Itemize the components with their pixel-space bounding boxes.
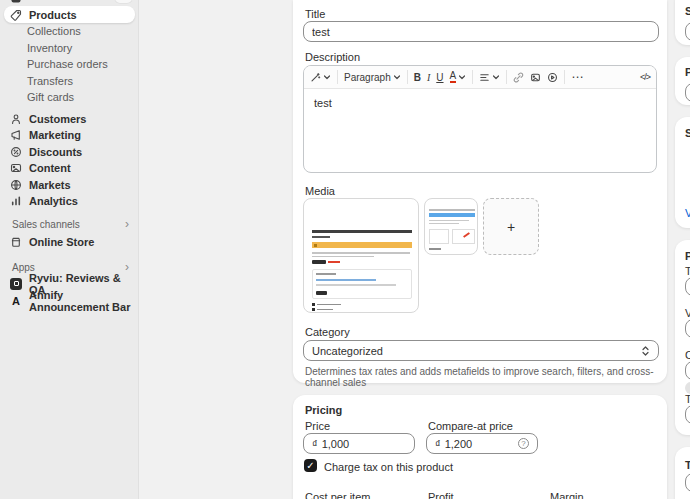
sidebar-item-label: Analytics [29, 195, 78, 207]
compare-at-input-wrap: ₫ ? [426, 433, 538, 454]
sidebar-nav: Products Collections Inventory Purchase … [0, 0, 139, 499]
profit-label: Profit [428, 491, 454, 499]
sidebar-item-transfers[interactable]: Transfers [0, 72, 139, 89]
red-annotation-arrow [328, 261, 340, 263]
sidebar-item-label: Products [29, 9, 77, 21]
select-updown-icon [641, 345, 650, 357]
blue-bar [429, 213, 475, 217]
plus-icon: + [507, 219, 515, 235]
customer-icon [10, 113, 22, 125]
sidebar-item-discounts[interactable]: Discounts [0, 143, 139, 160]
cutoff-input[interactable] [685, 83, 690, 102]
add-media-tile[interactable]: + [483, 198, 539, 255]
media-label: Media [305, 185, 335, 197]
sidebar-item-analytics[interactable]: Analytics [0, 192, 139, 209]
category-label: Category [305, 326, 350, 338]
card-heading-fragment: P [685, 66, 690, 78]
title-input[interactable] [312, 26, 650, 38]
magic-wand-button[interactable] [310, 72, 331, 83]
category-helper-text: Determines tax rates and adds metafields… [305, 366, 661, 388]
sidebar-item-products[interactable]: Products [0, 6, 139, 23]
sidebar-item-label: Marketing [29, 129, 81, 141]
sidebar-item-collections[interactable]: Collections [0, 22, 139, 39]
text-color-button[interactable]: A [450, 71, 467, 83]
content-icon [10, 162, 22, 174]
card-heading-fragment: S [685, 5, 690, 17]
charge-tax-label: Charge tax on this product [324, 461, 453, 473]
cutoff-input[interactable] [685, 22, 690, 41]
price-label: Price [305, 420, 330, 432]
sidebar-item-label: Markets [29, 179, 71, 191]
cutoff-input[interactable] [685, 277, 690, 296]
category-select[interactable]: Uncategorized [303, 340, 659, 361]
cutoff-input[interactable] [685, 319, 690, 338]
align-button[interactable] [479, 72, 500, 83]
sidebar-section-sales-channels[interactable]: Sales channels › [0, 217, 139, 231]
sidebar-item-gift-cards[interactable]: Gift cards [0, 88, 139, 105]
sidebar-item-inventory[interactable]: Inventory [0, 39, 139, 56]
markets-icon [10, 179, 22, 191]
description-label: Description [305, 51, 360, 63]
sidebar-item-label: Inventory [27, 42, 72, 54]
title-input-wrap [303, 21, 659, 42]
show-html-button[interactable]: </> [640, 72, 650, 82]
paragraph-style-dropdown[interactable]: Paragraph [344, 72, 401, 83]
rail-card-2-cutoff: P [675, 57, 690, 105]
price-input[interactable] [322, 438, 406, 450]
align-icon [479, 72, 490, 83]
media-thumbnail-1[interactable] [303, 198, 419, 313]
chevron-down-icon [458, 72, 466, 83]
margin-label: Margin [550, 491, 584, 499]
bold-button[interactable]: B [414, 72, 421, 83]
rail-card-3-cutoff: S V [675, 117, 690, 228]
orders-icon [10, 0, 22, 4]
cutoff-input[interactable] [685, 361, 690, 380]
currency-prefix: ₫ [435, 438, 441, 450]
analytics-icon [10, 195, 22, 207]
cutoff-input[interactable] [685, 473, 690, 492]
image-icon [530, 72, 541, 83]
sidebar-item-markets[interactable]: Markets [0, 176, 139, 193]
underline-button[interactable]: U [436, 72, 443, 83]
chevron-down-icon [492, 72, 500, 83]
text-color-label: A [450, 71, 457, 83]
sidebar-item-customers[interactable]: Customers [0, 110, 139, 127]
ryviu-app-icon [10, 278, 22, 290]
cutoff-input[interactable] [685, 405, 690, 424]
view-link-fragment[interactable]: V [685, 207, 690, 219]
sidebar-item-label: Discounts [29, 146, 82, 158]
compare-at-input[interactable] [445, 438, 514, 450]
description-editor: Paragraph B I U A [303, 65, 657, 173]
field-label-fragment: T [685, 393, 690, 405]
insert-video-button[interactable] [547, 72, 558, 83]
sidebar-item-label: Online Store [29, 236, 94, 248]
sidebar-item-label: Purchase orders [27, 58, 108, 70]
title-label: Title [305, 8, 325, 20]
card-heading-fragment: T [685, 459, 690, 471]
sidebar-item-content[interactable]: Content [0, 159, 139, 176]
sidebar-item-label: Transfers [27, 75, 73, 87]
sidebar-item-label: Annify Announcement Bar [29, 289, 139, 313]
media-thumbnail-2[interactable] [424, 198, 478, 255]
link-button[interactable] [513, 72, 524, 83]
sidebar-item-online-store[interactable]: Online Store [0, 233, 139, 250]
description-content[interactable]: test [304, 89, 656, 173]
field-label-fragment: T [685, 265, 690, 277]
annify-app-icon: A [10, 295, 22, 307]
help-icon[interactable]: ? [518, 438, 529, 449]
sidebar-item-annify[interactable]: A Annify Announcement Bar [0, 292, 139, 309]
more-options-button[interactable]: ⋯ [571, 70, 583, 84]
sidebar-item-purchase-orders[interactable]: Purchase orders [0, 55, 139, 72]
editor-toolbar: Paragraph B I U A [304, 66, 656, 89]
section-label: Sales channels [12, 219, 80, 230]
insert-image-button[interactable] [530, 72, 541, 83]
italic-button[interactable]: I [427, 72, 430, 83]
chevron-down-icon [393, 72, 401, 83]
discount-icon [10, 146, 22, 158]
sidebar-item-label: Gift cards [27, 91, 74, 103]
marketing-icon [10, 129, 22, 141]
sidebar-item-marketing[interactable]: Marketing [0, 126, 139, 143]
charge-tax-checkbox[interactable]: ✓ [304, 459, 317, 472]
status-card-cutoff: S [675, 0, 690, 45]
card-heading-fragment: S [685, 127, 690, 139]
